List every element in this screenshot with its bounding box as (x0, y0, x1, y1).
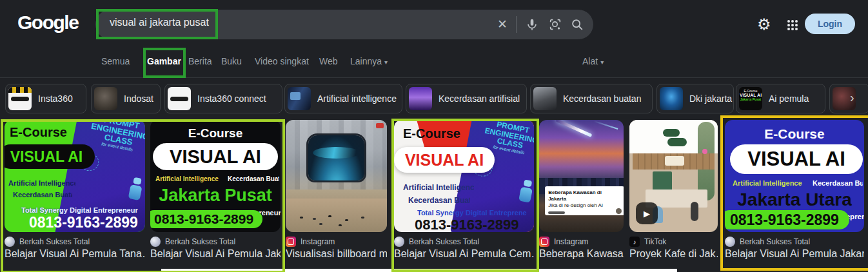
cloud-art (663, 129, 680, 137)
tab-berita[interactable]: Berita (188, 56, 212, 66)
tab-buku[interactable]: Buku (221, 56, 242, 66)
tabs-divider (0, 77, 868, 78)
cloud-art (667, 138, 687, 146)
result-title[interactable]: Proyek Kafe di Jak… (629, 248, 718, 260)
clear-search-icon[interactable]: ✕ (495, 17, 509, 32)
result-source: Instagram (554, 237, 588, 246)
settings-gear-icon[interactable]: ⚙ (757, 15, 771, 34)
tiktok-favicon: ♪ (629, 237, 640, 247)
logo-stamp (616, 208, 622, 214)
chip-artificial-intelligence[interactable]: Artificial intelligence (284, 84, 402, 113)
annotation-box-results-left (1, 119, 285, 272)
chip-indosat[interactable]: Indosat (91, 84, 161, 113)
chevron-right-icon[interactable]: › (850, 90, 854, 105)
result-source-row[interactable]: ♪ TikTok (629, 237, 718, 247)
chip-partial[interactable] (829, 84, 868, 113)
chip-thumbnail (533, 87, 557, 110)
flamingo-art (702, 149, 707, 154)
chevron-down-icon: ▾ (600, 59, 604, 66)
chip-dki-jakarta[interactable]: Dki jakarta (656, 84, 734, 113)
traffic-art (300, 217, 303, 219)
result-source-row[interactable]: Instagram (286, 237, 387, 247)
tools-button[interactable]: Alat▾ (582, 56, 604, 66)
instagram-favicon (286, 237, 296, 247)
google-lens-icon[interactable] (548, 17, 562, 32)
comet-art (555, 120, 592, 137)
search-divider (516, 16, 517, 33)
image-result-3[interactable] (286, 120, 387, 232)
result-title[interactable]: Beberapa Kawasa… (539, 248, 624, 260)
chip-thumbnail (168, 87, 191, 110)
annotation-box-gambar-tab (143, 48, 186, 78)
search-icon[interactable] (570, 17, 584, 32)
result-source: Instagram (301, 237, 335, 246)
tab-web[interactable]: Web (319, 56, 338, 66)
annotation-box-result-7 (720, 115, 868, 271)
chip-thumbnail: E-Course VISUAL AI Jakarta Pusat (739, 87, 762, 110)
chip-thumbnail (94, 87, 117, 110)
result-source-row[interactable]: Instagram (539, 237, 624, 247)
billboard-art (308, 135, 365, 180)
apps-grid-icon[interactable] (787, 20, 790, 23)
result-title[interactable]: Visualisasi billboard m… (286, 248, 387, 260)
google-images-page: Google visual ai jakarta pusat ✕ ⚙ Login… (0, 0, 868, 272)
chip-thumbnail (409, 87, 432, 110)
watermark (548, 211, 565, 214)
chevron-down-icon: ▾ (384, 59, 388, 66)
chip-kecerdasan-artifisial[interactable]: Kecerdasan artifisial (406, 84, 527, 113)
image-result-5[interactable]: Beberapa Kawasan di Jakarta Jika di re-d… (539, 120, 624, 232)
annotation-box-query (96, 9, 218, 39)
chip-thumbnail (288, 87, 311, 110)
chip-ai-pemula[interactable]: E-Course VISUAL AI Jakarta Pusat Ai pemu… (736, 84, 825, 113)
menu-board-art (653, 171, 672, 191)
microphone-icon[interactable] (525, 17, 539, 32)
tab-lainnya[interactable]: Lainnya▾ (350, 56, 388, 66)
tab-video-singkat[interactable]: Video singkat (255, 56, 309, 66)
chip-insta360[interactable]: Insta360 (5, 84, 86, 113)
google-logo[interactable]: Google (17, 12, 78, 34)
login-button[interactable]: Login (805, 14, 855, 34)
chip-thumbnail (660, 87, 683, 110)
play-button-icon: ▶ (636, 202, 658, 224)
chip-kecerdasan-buatan[interactable]: Kecerdasan buatan (530, 84, 653, 113)
result-source: TikTok (644, 237, 666, 246)
figure-art (691, 202, 698, 221)
chip-thumbnail (8, 87, 32, 110)
annotation-box-result-4 (391, 119, 539, 272)
image-result-6[interactable]: ▶ (629, 120, 718, 232)
chip-insta360-connect[interactable]: Insta360 connect (164, 84, 282, 113)
watermark (376, 123, 384, 128)
instagram-favicon (539, 237, 549, 247)
overlay-text-card: Beberapa Kawasan di Jakarta Jika di re-d… (545, 186, 624, 215)
tab-semua[interactable]: Semua (101, 56, 130, 66)
